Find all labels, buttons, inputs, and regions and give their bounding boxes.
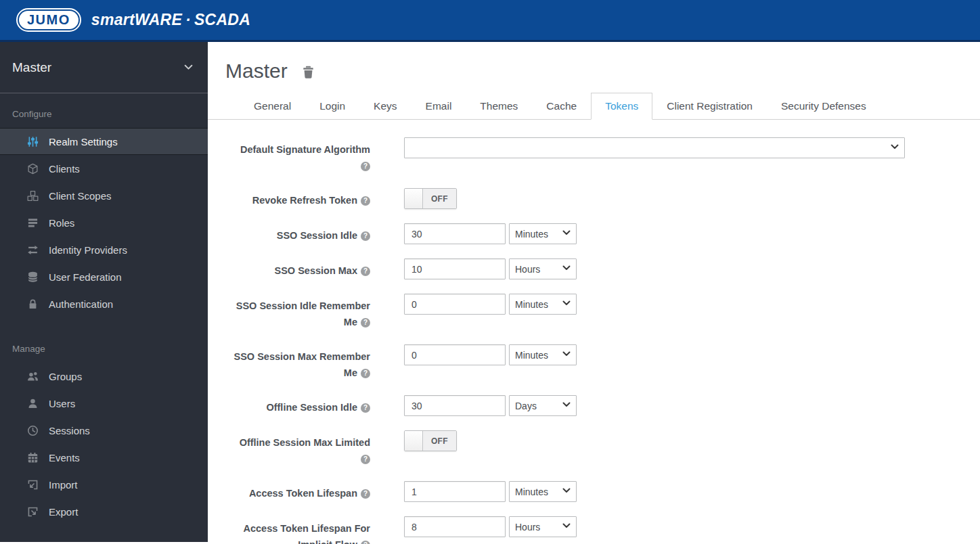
sidebar-item-events[interactable]: Events [0,444,208,471]
form-row-sso-session-idle-remember-me: SSO Session Idle RememberMe?Minutes [225,294,980,330]
cube-icon [26,163,39,175]
sidebar: Master ConfigureRealm SettingsClientsCli… [0,42,208,542]
sidebar-item-realm-settings[interactable]: Realm Settings [0,128,208,155]
help-icon[interactable]: ? [361,541,370,544]
toggle-state-label: OFF [423,431,456,451]
field-label-text: Access Token Lifespan For [244,523,370,534]
sidebar-item-client-scopes[interactable]: Client Scopes [0,182,208,209]
field-label-access-token-lifespan-implicit-flow: Access Token Lifespan ForImplicit Flow? [225,516,370,544]
field-label-text: SSO Session Idle Remember [236,300,370,311]
field-label-offline-session-idle: Offline Session Idle? [225,395,370,416]
sidebar-item-label: Import [49,479,78,491]
sso-session-idle-unit-select-wrap: Minutes [509,223,577,244]
sso-session-idle-unit-select[interactable]: Minutes [509,223,577,244]
sidebar-item-identity-providers[interactable]: Identity Providers [0,236,208,263]
help-icon[interactable]: ? [361,162,370,171]
form-row-default-signature-algorithm: Default Signature Algorithm? [225,137,980,174]
sso-session-idle-remember-me-unit-select-wrap: Minutes [509,294,577,315]
sidebar-section-title: Manage [0,336,208,363]
default-signature-algorithm-select[interactable] [404,137,905,158]
sidebar-item-label: Authentication [49,298,113,310]
sso-session-max-unit-select-wrap: Hours [509,258,577,279]
access-token-lifespan-unit-select-wrap: Minutes [509,481,577,502]
sidebar-item-users[interactable]: Users [0,390,208,417]
field-label-text: Default Signature Algorithm [240,144,370,155]
help-icon[interactable]: ? [361,489,370,499]
sso-session-max-input[interactable] [404,258,506,279]
sliders-icon [26,136,39,148]
sidebar-item-label: Roles [49,217,74,229]
offline-session-idle-unit-select[interactable]: Days [509,395,577,416]
sidebar-item-label: Sessions [49,425,90,436]
sso-session-max-remember-me-input[interactable] [404,344,506,365]
chevron-down-icon [184,64,193,70]
sso-session-idle-input[interactable] [404,223,506,244]
access-token-lifespan-implicit-flow-unit-select[interactable]: Hours [509,516,577,537]
sidebar-item-sessions[interactable]: Sessions [0,417,208,444]
tab-email[interactable]: Email [411,93,466,120]
page-title-row: Master [225,60,980,83]
sidebar-item-label: Groups [49,371,82,382]
tab-tokens[interactable]: Tokens [591,93,652,120]
help-icon[interactable]: ? [361,318,370,327]
help-icon[interactable]: ? [361,403,370,413]
offline-session-idle-unit-select-wrap: Days [509,395,577,416]
product-name: smartWARE · SCADA [91,11,250,29]
sidebar-item-label: Realm Settings [49,136,118,148]
sidebar-item-roles[interactable]: Roles [0,209,208,236]
tab-login[interactable]: Login [305,93,359,120]
offline-session-idle-input[interactable] [404,395,506,416]
form-row-sso-session-max: SSO Session Max?Hours [225,258,980,279]
form-row-access-token-lifespan-implicit-flow: Access Token Lifespan ForImplicit Flow?H… [225,516,980,544]
field-label-sso-session-max-remember-me: SSO Session Max RememberMe? [225,344,370,381]
form-row-revoke-refresh-token: Revoke Refresh Token?OFF [225,188,980,209]
default-signature-algorithm-select-wrap [404,137,905,158]
sidebar-item-groups[interactable]: Groups [0,363,208,390]
sidebar-section-manage: ManageGroupsUsersSessionsEventsImportExp… [0,328,208,525]
access-token-lifespan-unit-select[interactable]: Minutes [509,481,577,502]
form-row-access-token-lifespan: Access Token Lifespan?Minutes [225,481,980,502]
field-label-text: Me [344,367,357,378]
sso-session-idle-remember-me-input[interactable] [404,294,506,315]
tab-client-registration[interactable]: Client Registration [652,93,767,120]
access-token-lifespan-implicit-flow-input[interactable] [404,516,506,537]
form-row-offline-session-idle: Offline Session Idle?Days [225,395,980,416]
toggle-handle [405,431,423,451]
token-settings-form: Default Signature Algorithm?Revoke Refre… [225,137,980,544]
field-label-text: SSO Session Idle [277,230,357,241]
sidebar-item-authentication[interactable]: Authentication [0,290,208,317]
help-icon[interactable]: ? [361,267,370,276]
sso-session-max-unit-select[interactable]: Hours [509,258,577,279]
tab-bar: GeneralLoginKeysEmailThemesCacheTokensCl… [208,93,980,120]
field-label-access-token-lifespan: Access Token Lifespan? [225,481,370,502]
tab-themes[interactable]: Themes [466,93,532,120]
realm-selector[interactable]: Master [0,42,208,93]
help-icon[interactable]: ? [361,369,370,378]
help-icon[interactable]: ? [361,231,370,241]
sidebar-item-clients[interactable]: Clients [0,155,208,182]
tab-security-defenses[interactable]: Security Defenses [767,93,881,120]
sidebar-section-title: Configure [0,101,208,128]
tab-cache[interactable]: Cache [532,93,591,120]
sidebar-item-user-federation[interactable]: User Federation [0,263,208,290]
toggle-state-label: OFF [423,189,456,208]
sidebar-item-label: Clients [49,163,80,175]
sidebar-item-label: Identity Providers [49,244,127,256]
revoke-refresh-token-toggle[interactable]: OFF [404,188,457,209]
help-icon[interactable]: ? [361,455,370,464]
sso-session-max-remember-me-unit-select[interactable]: Minutes [509,344,577,365]
trash-icon[interactable] [301,65,315,79]
sidebar-item-export[interactable]: Export [0,498,208,525]
tab-keys[interactable]: Keys [359,93,411,120]
realm-selector-label: Master [12,60,51,75]
offline-session-max-limited-toggle[interactable]: OFF [404,430,457,451]
form-row-offline-session-max-limited: Offline Session Max Limited?OFF [225,430,980,467]
sidebar-item-import[interactable]: Import [0,471,208,498]
tab-general[interactable]: General [240,93,305,120]
field-label-text: Revoke Refresh Token [252,195,357,206]
export-icon [26,506,39,518]
sso-session-idle-remember-me-unit-select[interactable]: Minutes [509,294,577,315]
help-icon[interactable]: ? [361,196,370,206]
access-token-lifespan-input[interactable] [404,481,506,502]
users-icon [26,371,39,382]
